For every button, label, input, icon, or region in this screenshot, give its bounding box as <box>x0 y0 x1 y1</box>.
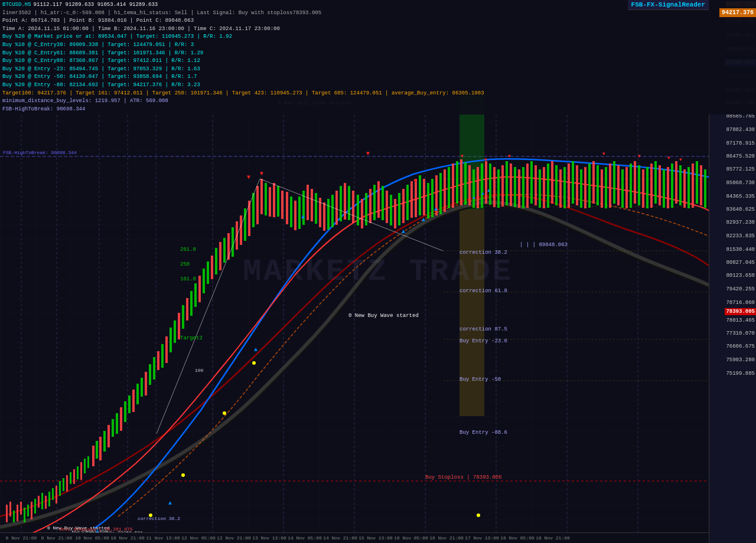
svg-rect-167 <box>609 163 611 208</box>
date-12nov05: 12 Nov 05:00 <box>181 535 216 541</box>
svg-rect-141 <box>501 165 504 207</box>
svg-rect-128 <box>448 167 450 208</box>
svg-rect-62 <box>174 320 176 343</box>
svg-rect-113 <box>386 191 388 223</box>
svg-rect-52 <box>132 390 135 412</box>
svg-rect-28 <box>41 493 43 509</box>
svg-rect-50 <box>124 401 126 422</box>
svg-text:Buy Entry -50: Buy Entry -50 <box>460 377 501 382</box>
svg-rect-68 <box>198 276 201 302</box>
svg-text:▼: ▼ <box>366 151 370 157</box>
svg-rect-35 <box>66 475 68 492</box>
price-75199: 75199.885 <box>726 371 756 377</box>
svg-text:▼: ▼ <box>602 151 605 156</box>
svg-rect-53 <box>136 384 139 404</box>
svg-rect-174 <box>638 165 640 205</box>
time-info: Time A: 2024.11.15 01:00:00 | Time B: 20… <box>2 25 280 33</box>
svg-rect-190 <box>704 169 706 208</box>
svg-rect-129 <box>452 163 454 208</box>
svg-text:▲: ▲ <box>434 206 438 212</box>
svg-rect-134 <box>472 169 475 208</box>
svg-rect-152 <box>547 163 549 208</box>
date-14nov05: 14 Nov 05:00 <box>288 535 322 541</box>
svg-rect-131 <box>460 159 462 205</box>
svg-rect-81 <box>252 193 255 227</box>
svg-rect-187 <box>692 163 694 208</box>
svg-rect-57 <box>153 357 155 380</box>
svg-text:▲: ▲ <box>481 191 484 196</box>
date-8nov: 8 Nov 21:00 <box>6 535 37 541</box>
svg-rect-124 <box>431 179 434 217</box>
fsb-break-info: FSB-HighToBreak: 90698.344 <box>2 106 85 113</box>
svg-text:FSB-HighToBreak: 90698.344: FSB-HighToBreak: 90698.344 <box>3 150 77 155</box>
svg-rect-150 <box>539 169 541 208</box>
price-80123: 80123.650 <box>726 273 756 279</box>
svg-rect-158 <box>572 161 574 204</box>
svg-rect-91 <box>294 201 296 230</box>
svg-rect-136 <box>481 163 483 208</box>
svg-rect-104 <box>348 186 350 220</box>
svg-text:Buy Entry -88.6: Buy Entry -88.6 <box>460 430 507 436</box>
svg-rect-71 <box>211 256 213 279</box>
svg-rect-31 <box>52 488 54 500</box>
svg-rect-114 <box>390 195 392 225</box>
price-86475: 86475.520 <box>726 153 756 159</box>
buy4-info: Buy %10 @ C_Entry88: 87360.867 | Target:… <box>2 57 200 65</box>
svg-rect-103 <box>344 183 346 220</box>
svg-rect-72 <box>215 248 217 274</box>
svg-rect-170 <box>621 169 624 208</box>
svg-text:250: 250 <box>180 261 190 267</box>
svg-rect-89 <box>286 192 288 224</box>
date-12nov21: 12 Nov 21:00 <box>217 535 251 541</box>
svg-rect-46 <box>107 425 110 447</box>
svg-rect-119 <box>410 181 413 218</box>
svg-rect-186 <box>687 167 690 208</box>
svg-rect-179 <box>659 165 661 205</box>
svg-text:▲: ▲ <box>254 346 258 353</box>
svg-rect-155 <box>559 169 562 208</box>
svg-rect-165 <box>601 169 603 208</box>
price-ohlc: 91112.117 91289.633 91053.414 91289.633 <box>34 1 158 9</box>
svg-rect-142 <box>506 161 508 205</box>
svg-text:261.8: 261.8 <box>180 247 196 253</box>
svg-point-216 <box>477 513 480 517</box>
svg-rect-18 <box>6 505 8 522</box>
svg-text:▲: ▲ <box>472 195 475 200</box>
svg-rect-189 <box>700 165 702 205</box>
svg-rect-42 <box>92 446 94 466</box>
svg-text:▼: ▼ <box>484 157 487 162</box>
svg-rect-171 <box>625 167 628 208</box>
svg-rect-82 <box>256 186 259 224</box>
svg-rect-105 <box>352 191 354 223</box>
svg-rect-64 <box>182 305 184 329</box>
points-info: Point A: 86714.703 | Point B: 91884.016 … <box>2 17 194 25</box>
price-80827: 80827.045 <box>726 260 756 266</box>
svg-rect-153 <box>551 161 553 204</box>
chart-container: BTCUSD.H5 91112.117 91289.633 91053.414 … <box>0 0 756 543</box>
svg-rect-107 <box>361 199 363 228</box>
buy5-info: Buy %20 @ Entry -23: 85494.745 | Target:… <box>2 66 200 73</box>
svg-rect-98 <box>323 202 325 231</box>
symbol-label: BTCUSD.H5 <box>2 1 31 9</box>
top-info-panel: BTCUSD.H5 91112.117 91289.633 91053.414 … <box>0 0 756 115</box>
svg-rect-135 <box>477 167 479 208</box>
price-77310: 77310.070 <box>726 331 756 336</box>
svg-rect-73 <box>219 242 221 270</box>
svg-rect-101 <box>335 191 338 225</box>
buy7-info: Buy %20 @ Entry -88: 82134.692 | Target:… <box>2 81 200 89</box>
svg-rect-83 <box>260 179 263 214</box>
buy2-info: Buy %10 @ C_Entry38: 89909.338 | Target:… <box>2 41 194 49</box>
svg-text:▼: ▼ <box>667 155 670 161</box>
svg-rect-60 <box>165 336 168 363</box>
svg-rect-146 <box>522 167 524 208</box>
date-18nov21: 18 Nov 21:00 <box>536 535 570 541</box>
svg-rect-116 <box>398 193 400 225</box>
svg-rect-148 <box>530 161 533 204</box>
svg-text:correction 38.2: correction 38.2 <box>460 250 507 256</box>
date-14nov21: 14 Nov 21:00 <box>323 535 357 541</box>
price-82233: 82233.835 <box>726 233 756 239</box>
svg-rect-118 <box>406 185 409 220</box>
svg-rect-84 <box>265 183 267 215</box>
svg-rect-76 <box>232 227 234 257</box>
svg-rect-177 <box>650 163 653 208</box>
